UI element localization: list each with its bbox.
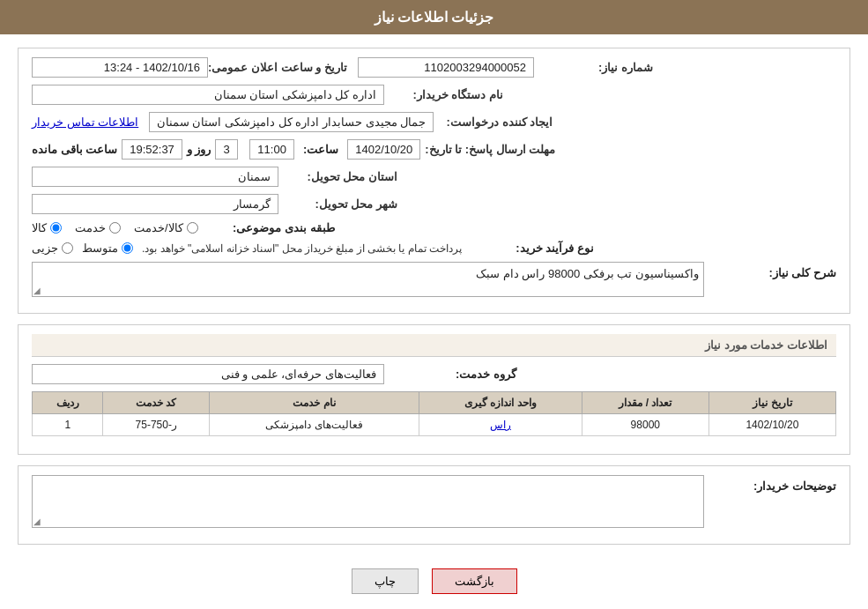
process-radio-jozi[interactable] (62, 242, 73, 254)
buyer-description-row: توضیحات خریدار: ◢ (32, 475, 836, 528)
buyer-org-value: اداره کل دامپزشکی استان سمنان (32, 85, 384, 105)
cell-service-code: ر-750-75 (103, 414, 209, 436)
creator-row: ایجاد کننده درخواست: جمال مجیدی حسابدار … (32, 112, 836, 132)
province-row: استان محل تحویل: سمنان (32, 167, 836, 187)
services-section-title: اطلاعات خدمات مورد نیاز (32, 334, 836, 357)
narration-wrapper: واکسیناسیون تب برفکی 98000 راس دام سبک ◢ (32, 262, 704, 297)
category-row: طبقه بندی موضوعی: کالا/خدمت خدمت کالا (32, 221, 836, 234)
table-row: 1402/10/20 98000 راس فعالیت‌های دامپزشکی… (33, 414, 836, 436)
process-radio-medium[interactable] (122, 242, 133, 254)
back-button[interactable]: بازگشت (432, 568, 517, 594)
province-label: استان محل تحویل: (278, 170, 402, 183)
need-number-row: شماره نیاز: 1102003294000052 تاریخ و ساع… (32, 57, 836, 78)
category-radio-kala[interactable] (50, 222, 62, 234)
category-label: طبقه بندی موضوعی: (211, 221, 335, 234)
city-label: شهر محل تحویل: (278, 197, 402, 211)
province-value: سمنان (32, 167, 278, 187)
process-label-jozi: جزیی (32, 241, 58, 255)
group-row: گروه خدمت: فعالیت‌های حرفه‌ای، علمی و فن… (32, 364, 836, 384)
process-option-jozi[interactable]: جزیی (32, 241, 73, 255)
contact-link[interactable]: اطلاعات تماس خریدار (32, 115, 138, 129)
need-number-value: 1102003294000052 (358, 57, 534, 78)
creator-value: جمال مجیدی حسابدار اداره کل دامپزشکی است… (149, 112, 434, 132)
deadline-date: 1402/10/20 (347, 139, 420, 160)
deadline-row: مهلت ارسال پاسخ: تا تاریخ: 1402/10/20 سا… (32, 139, 836, 160)
col-quantity: تعداد / مقدار (582, 392, 708, 414)
remaining-time: 19:52:37 (122, 139, 182, 160)
process-label-medium: متوسط (82, 241, 118, 255)
creator-label: ایجاد کننده درخواست: (434, 115, 557, 129)
category-radio-kala-khedmat[interactable] (187, 222, 198, 234)
narration-value: واکسیناسیون تب برفکی 98000 راس دام سبک (32, 262, 704, 297)
narration-row: شرح کلی نیاز: واکسیناسیون تب برفکی 98000… (32, 262, 836, 297)
resize-corner: ◢ (33, 286, 41, 295)
page-wrapper: جزئیات اطلاعات نیاز شماره نیاز: 11020032… (0, 0, 868, 609)
page-title: جزئیات اطلاعات نیاز (375, 10, 494, 25)
buyer-description-label: توضیحات خریدار: (713, 475, 836, 493)
process-label: نوع فرآیند خرید: (471, 241, 594, 255)
col-unit: واحد اندازه گیری (419, 392, 582, 414)
deadline-time: 11:00 (249, 139, 294, 160)
buyer-description-value (32, 475, 704, 528)
services-table: تاریخ نیاز تعداد / مقدار واحد اندازه گیر… (32, 391, 836, 436)
buttons-row: بازگشت چاپ (18, 555, 850, 607)
announcement-label: تاریخ و ساعت اعلان عمومی: (208, 61, 352, 74)
process-option-medium[interactable]: متوسط (82, 241, 133, 255)
process-description: پرداخت تمام یا بخشی از مبلغ خریداز محل "… (142, 242, 462, 255)
category-label-khedmat: خدمت (75, 221, 106, 234)
category-label-kala: کالا (32, 221, 47, 234)
cell-service-name: فعالیت‌های دامپزشکی (209, 414, 419, 436)
category-label-kala-khedmat: کالا/خدمت (134, 221, 183, 234)
buyer-description-wrapper: ◢ (32, 475, 704, 528)
col-service-code: کد خدمت (103, 392, 209, 414)
category-option-kala[interactable]: کالا (32, 221, 62, 234)
buyer-org-row: نام دستگاه خریدار: اداره کل دامپزشکی است… (32, 85, 836, 105)
page-header: جزئیات اطلاعات نیاز (0, 0, 868, 34)
cell-row-num: 1 (33, 414, 103, 436)
remaining-days: 3 (215, 139, 237, 160)
category-option-kala-khedmat[interactable]: کالا/خدمت (134, 221, 198, 234)
need-number-label: شماره نیاز: (534, 61, 657, 74)
buyer-org-label: نام دستگاه خریدار: (384, 88, 508, 101)
city-row: شهر محل تحویل: گرمسار (32, 194, 836, 214)
group-value: فعالیت‌های حرفه‌ای، علمی و فنی (32, 364, 384, 384)
col-date: تاریخ نیاز (708, 392, 835, 414)
cell-unit[interactable]: راس (419, 414, 582, 436)
remaining-label: روز و (187, 143, 211, 156)
remaining-suffix: ساعت باقی مانده (32, 143, 117, 156)
narration-label: شرح کلی نیاز: (713, 262, 836, 279)
table-header-row: تاریخ نیاز تعداد / مقدار واحد اندازه گیر… (33, 392, 836, 414)
group-label: گروه خدمت: (393, 368, 516, 381)
category-radio-khedmat[interactable] (109, 222, 121, 234)
cell-quantity: 98000 (582, 414, 708, 436)
services-section: اطلاعات خدمات مورد نیاز گروه خدمت: فعالی… (18, 324, 850, 455)
print-button[interactable]: چاپ (352, 568, 419, 594)
deadline-time-label: ساعت: (303, 143, 338, 156)
col-service-name: نام خدمت (209, 392, 419, 414)
cell-date: 1402/10/20 (708, 414, 835, 436)
main-content: شماره نیاز: 1102003294000052 تاریخ و ساع… (0, 34, 868, 609)
announcement-value: 1402/10/16 - 13:24 (32, 57, 208, 78)
resize-corner-2: ◢ (33, 516, 41, 526)
col-row-num: ردیف (33, 392, 103, 414)
category-option-khedmat[interactable]: خدمت (75, 221, 121, 234)
form-section: شماره نیاز: 1102003294000052 تاریخ و ساع… (18, 48, 850, 314)
deadline-label: مهلت ارسال پاسخ: تا تاریخ: (425, 143, 560, 156)
process-row: نوع فرآیند خرید: پرداخت تمام یا بخشی از … (32, 241, 836, 255)
city-value: گرمسار (32, 194, 278, 214)
buyer-description-section: توضیحات خریدار: ◢ (18, 465, 850, 545)
